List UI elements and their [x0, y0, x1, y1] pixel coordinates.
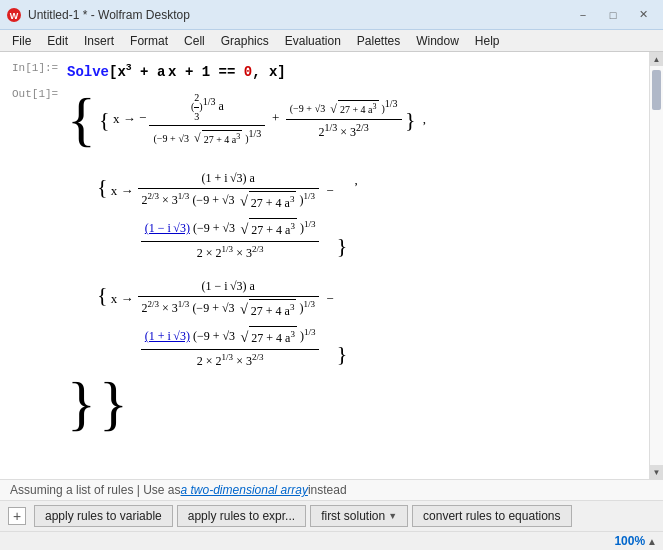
scroll-thumb[interactable] — [652, 70, 661, 110]
menu-help[interactable]: Help — [467, 32, 508, 50]
minimize-button[interactable]: − — [569, 5, 597, 25]
first-solution-button[interactable]: first solution ▼ — [310, 505, 408, 527]
titlebar: W Untitled-1 * - Wolfram Desktop − □ ✕ — [0, 0, 663, 30]
menubar: File Edit Insert Format Cell Graphics Ev… — [0, 30, 663, 52]
first-solution-dropdown-icon[interactable]: ▼ — [388, 511, 397, 521]
status-link[interactable]: a two-dimensional array — [181, 483, 308, 497]
button-bar: + apply rules to variable apply rules to… — [0, 500, 663, 531]
keyword-solve: Solve — [67, 64, 109, 80]
main-content: In[1]:= Solve[x3 + a x + 1 == 0, x] Out[… — [0, 52, 663, 479]
add-button[interactable]: + — [8, 507, 26, 525]
menu-window[interactable]: Window — [408, 32, 467, 50]
outer-close-brace-2: } — [99, 370, 128, 436]
notebook-area[interactable]: In[1]:= Solve[x3 + a x + 1 == 0, x] Out[… — [0, 52, 649, 479]
solution-3-block: { x → (1 − i √3) a 22/3 × 31/3 (−9 + √3 — [97, 277, 637, 371]
scroll-track[interactable] — [650, 66, 663, 465]
menu-format[interactable]: Format — [122, 32, 176, 50]
input-label: In[1]:= — [12, 60, 67, 74]
scrollbar[interactable]: ▲ ▼ — [649, 52, 663, 479]
output-cell: { { x → − (23)1/3 a (−9 + — [67, 86, 637, 431]
apply-rules-expr-button[interactable]: apply rules to expr... — [177, 505, 306, 527]
zoom-bar: 100% ▲ — [0, 531, 663, 550]
window-title: Untitled-1 * - Wolfram Desktop — [28, 8, 569, 22]
convert-rules-equations-button[interactable]: convert rules to equations — [412, 505, 571, 527]
menu-evaluation[interactable]: Evaluation — [277, 32, 349, 50]
menu-insert[interactable]: Insert — [76, 32, 122, 50]
scroll-up-button[interactable]: ▲ — [650, 52, 664, 66]
solution-1: { x → − (23)1/3 a (−9 + √3 — [99, 90, 415, 149]
menu-edit[interactable]: Edit — [39, 32, 76, 50]
outer-open-brace: { — [67, 86, 96, 152]
menu-graphics[interactable]: Graphics — [213, 32, 277, 50]
maximize-button[interactable]: □ — [599, 5, 627, 25]
menu-cell[interactable]: Cell — [176, 32, 213, 50]
input-cell-group: In[1]:= Solve[x3 + a x + 1 == 0, x] — [12, 60, 637, 82]
zoom-up-icon[interactable]: ▲ — [647, 536, 657, 547]
input-cell[interactable]: Solve[x3 + a x + 1 == 0, x] — [67, 60, 637, 82]
apply-rules-variable-button[interactable]: apply rules to variable — [34, 505, 173, 527]
status-text2: instead — [308, 483, 347, 497]
outer-close-brace: } — [67, 370, 96, 436]
status-bar: Assuming a list of rules | Use as a two-… — [0, 479, 663, 500]
output-label: Out[1]= — [12, 86, 67, 100]
status-text: Assuming a list of rules | Use as — [10, 483, 181, 497]
scroll-down-button[interactable]: ▼ — [650, 465, 664, 479]
svg-text:W: W — [10, 11, 19, 21]
close-button[interactable]: ✕ — [629, 5, 657, 25]
zoom-level: 100% — [614, 534, 645, 548]
app-icon: W — [6, 7, 22, 23]
window-controls: − □ ✕ — [569, 5, 657, 25]
menu-file[interactable]: File — [4, 32, 39, 50]
menu-palettes[interactable]: Palettes — [349, 32, 408, 50]
solution-2-block: { x → (1 + i √3) a 22/3 × 31/3 (−9 + √3 — [97, 169, 637, 263]
output-cell-group: Out[1]= { { x → − (23)1/3 a — [12, 86, 637, 431]
